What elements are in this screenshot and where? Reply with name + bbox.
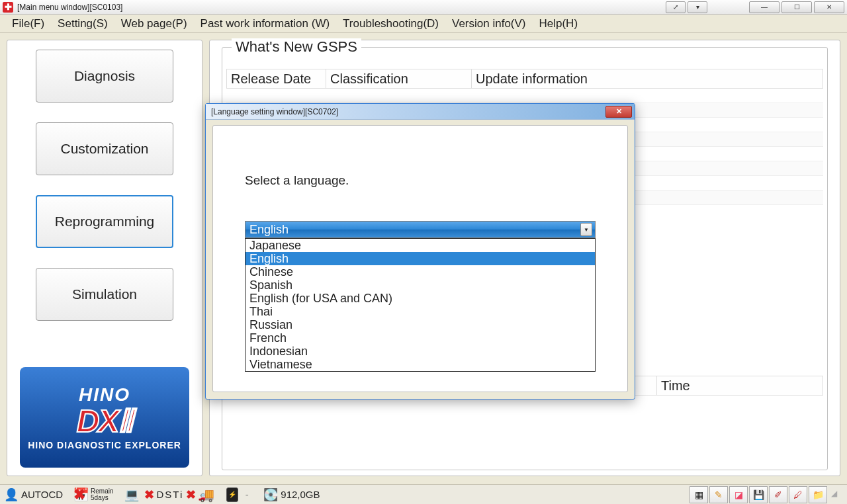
tool-marker-icon[interactable]: 🖊 bbox=[789, 486, 807, 503]
sidebar-btn-reprogramming[interactable]: Reprogramming bbox=[36, 195, 173, 248]
disk-icon: 💽 bbox=[263, 487, 278, 502]
menu-past-work[interactable]: Past work information (W) bbox=[194, 16, 337, 32]
language-option-chinese[interactable]: Chinese bbox=[245, 265, 595, 278]
language-selected-value: English bbox=[249, 223, 289, 237]
logo-text-mid: DXⅡ bbox=[77, 405, 133, 437]
menu-web-page[interactable]: Web page(P) bbox=[114, 16, 194, 32]
language-option-russian[interactable]: Russian bbox=[245, 318, 595, 331]
menu-version-info[interactable]: Version info(V) bbox=[445, 16, 533, 32]
user-icon: 👤 bbox=[4, 487, 19, 502]
language-dropdown: Japanese English Chinese Spanish English… bbox=[245, 238, 596, 372]
expand-icon[interactable]: ⤢ bbox=[666, 1, 686, 13]
window-controls: ⤢ ▾ — ☐ ✕ bbox=[664, 1, 844, 13]
tool-pens-icon[interactable]: ✐ bbox=[769, 486, 787, 503]
menu-help[interactable]: Help(H) bbox=[533, 16, 585, 32]
logo-text-top: HINO bbox=[79, 384, 130, 405]
sidebar-btn-diagnosis[interactable]: Diagnosis bbox=[36, 50, 173, 103]
status-remain: Remain5days bbox=[91, 488, 113, 501]
language-option-english[interactable]: English bbox=[245, 252, 595, 265]
maximize-button[interactable]: ☐ bbox=[781, 1, 812, 13]
col-time[interactable]: Time bbox=[657, 376, 823, 395]
language-setting-dialog: [Language setting window][SC0702] ✕ Sele… bbox=[205, 103, 635, 399]
menu-file[interactable]: File(F) bbox=[5, 16, 51, 32]
resize-grip-icon[interactable]: ◢ bbox=[831, 489, 843, 501]
window-title: [Main menu window][SC0103] bbox=[17, 3, 122, 12]
tool-pencil-icon[interactable]: ✎ bbox=[709, 486, 728, 503]
language-option-japanese[interactable]: Japanese bbox=[245, 239, 595, 252]
tool-save-icon[interactable]: 💾 bbox=[749, 486, 768, 503]
hino-logo: HINO DXⅡ HINO DIAGNOSTIC EXPLORER bbox=[20, 367, 189, 468]
logo-text-sub: HINO DIAGNOSTIC EXPLORER bbox=[28, 440, 181, 450]
language-option-thai[interactable]: Thai bbox=[245, 305, 595, 318]
status-user: AUTOCD bbox=[21, 489, 63, 500]
status-dsti: DSTi bbox=[157, 489, 184, 500]
app-icon: ✚ bbox=[3, 2, 13, 13]
chevron-down-icon[interactable]: ▼ bbox=[580, 223, 592, 236]
dialog-close-button[interactable]: ✕ bbox=[605, 106, 632, 118]
sidebar-btn-simulation[interactable]: Simulation bbox=[36, 268, 173, 321]
close-button[interactable]: ✕ bbox=[814, 1, 844, 13]
tool-grid-icon[interactable]: ▦ bbox=[690, 486, 708, 503]
language-option-vietnamese[interactable]: Vietnamese bbox=[245, 358, 595, 371]
language-option-english-usa-can[interactable]: English (for USA and CAN) bbox=[245, 292, 595, 305]
sidebar-btn-customization[interactable]: Customization bbox=[36, 122, 173, 175]
menu-setting[interactable]: Setting(S) bbox=[51, 16, 114, 32]
x-mark-icon: ✖ bbox=[186, 487, 196, 502]
tool-eraser-icon[interactable]: ◪ bbox=[729, 486, 748, 503]
tool-folder-icon[interactable]: 📁 bbox=[809, 486, 827, 503]
chevron-down-icon[interactable]: ▾ bbox=[688, 1, 707, 13]
truck-icon: 🚚 bbox=[199, 487, 213, 502]
menubar: File(F) Setting(S) Web page(P) Past work… bbox=[0, 15, 847, 33]
dialog-title: [Language setting window][SC0702] bbox=[211, 107, 338, 116]
col-release-date[interactable]: Release Date bbox=[227, 69, 326, 88]
minimize-button[interactable]: — bbox=[749, 1, 780, 13]
col-classification[interactable]: Classification bbox=[326, 69, 472, 88]
table-row bbox=[226, 89, 823, 103]
window-titlebar: ✚ [Main menu window][SC0103] ⤢ ▾ — ☐ ✕ bbox=[0, 0, 847, 15]
calendar-x-icon: 📅✖ bbox=[73, 487, 88, 502]
x-mark-icon: ✖ bbox=[144, 487, 154, 502]
language-option-indonesian[interactable]: Indonesian bbox=[245, 345, 595, 358]
col-update-info[interactable]: Update information bbox=[472, 69, 823, 88]
language-option-spanish[interactable]: Spanish bbox=[245, 278, 595, 292]
statusbar: 👤 AUTOCD 📅✖ Remain5days 💻 ✖ DSTi ✖ 🚚 ⚡ -… bbox=[0, 484, 847, 504]
dialog-prompt: Select a language. bbox=[245, 173, 349, 188]
dialog-body: Select a language. English ▼ Japanese En… bbox=[212, 125, 628, 392]
status-disk: 912,0GB bbox=[281, 489, 320, 500]
dialog-titlebar[interactable]: [Language setting window][SC0702] ✕ bbox=[206, 104, 635, 120]
menu-troubleshooting[interactable]: Troubleshooting(D) bbox=[336, 16, 445, 32]
language-select[interactable]: English ▼ bbox=[245, 221, 596, 238]
group-title: What's New GSPS bbox=[232, 38, 361, 56]
status-separator: - bbox=[241, 489, 253, 500]
sidebar-panel: Diagnosis Customization Reprogramming Si… bbox=[7, 40, 202, 476]
language-option-french[interactable]: French bbox=[245, 331, 595, 345]
grid-header-1: Release Date Classification Update infor… bbox=[226, 69, 823, 89]
laptop-icon: 💻 bbox=[124, 487, 139, 502]
battery-icon: ⚡ bbox=[226, 487, 238, 502]
